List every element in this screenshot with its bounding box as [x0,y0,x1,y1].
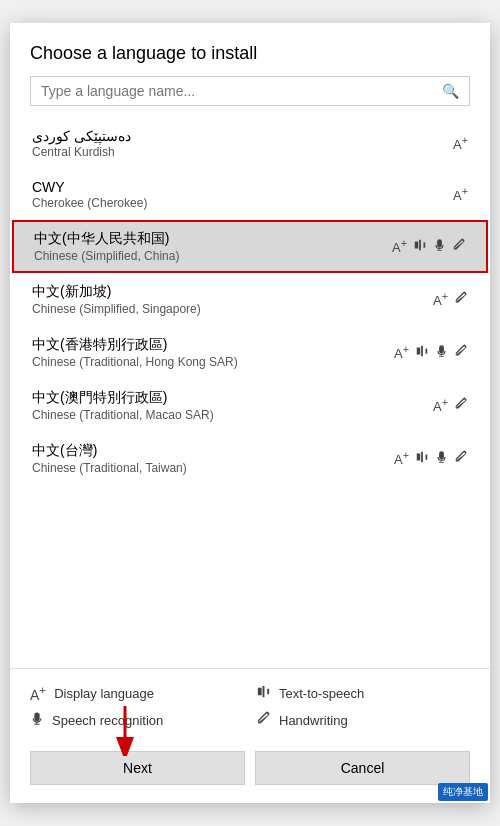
tts-icon [413,238,427,255]
lang-name: 中文(新加坡) [32,283,433,301]
lang-name: CWY [32,179,453,195]
dialog-title: Choose a language to install [30,43,470,64]
legend-tts: Text-to-speech [256,683,470,703]
handwriting-legend-icon [256,711,271,729]
cancel-button[interactable]: Cancel [255,751,470,785]
lang-text: 中文(中华人民共和国) Chinese (Simplified, China) [34,230,392,263]
legend-display-language-label: Display language [54,686,154,701]
lang-subname: Chinese (Traditional, Taiwan) [32,461,394,475]
language-dialog: Choose a language to install 🔍 دەستپێکی … [10,23,490,803]
lang-icons: A+ [433,396,468,414]
tts-icon [415,344,429,361]
lang-subname: Chinese (Traditional, Hong Kong SAR) [32,355,394,369]
dialog-header: Choose a language to install 🔍 [10,23,490,118]
lang-text: 中文(香港特別行政區) Chinese (Traditional, Hong K… [32,336,394,369]
handwriting-icon [454,344,468,361]
lang-subname: Chinese (Simplified, China) [34,249,392,263]
lang-icons: A+ [394,449,468,467]
lang-item-cherokee[interactable]: CWY Cherokee (Cherokee) A+ [10,169,490,220]
lang-icons: A+ [453,185,468,203]
lang-name: 中文(中华人民共和国) [34,230,392,248]
lang-text: 中文(新加坡) Chinese (Simplified, Singapore) [32,283,433,316]
lang-text: CWY Cherokee (Cherokee) [32,179,453,210]
display-lang-icon: A+ [394,449,409,467]
handwriting-icon [454,397,468,414]
handwriting-icon [454,291,468,308]
tts-legend-icon [256,684,271,702]
lang-text: 中文(台灣) Chinese (Traditional, Taiwan) [32,442,394,475]
lang-item-chinese-simplified-china[interactable]: 中文(中华人民共和国) Chinese (Simplified, China) … [12,220,488,273]
watermark: 纯净基地 [438,783,488,801]
next-button[interactable]: Next [30,751,245,785]
lang-name: 中文(澳門特別行政區) [32,389,433,407]
search-box: 🔍 [30,76,470,106]
lang-item-central-kurdish[interactable]: دەستپێکی کوردی Central Kurdish A+ [10,118,490,169]
lang-subname: Chinese (Traditional, Macao SAR) [32,408,433,422]
lang-name: 中文(台灣) [32,442,394,460]
mic-legend-icon [30,711,44,729]
lang-subname: Cherokee (Cherokee) [32,196,453,210]
display-lang-icon: A+ [453,134,468,152]
display-lang-icon: A+ [453,185,468,203]
display-lang-icon: A+ [392,237,407,255]
tts-icon [415,450,429,467]
lang-item-chinese-traditional-taiwan[interactable]: 中文(台灣) Chinese (Traditional, Taiwan) A+ [10,432,490,485]
lang-subname: Chinese (Simplified, Singapore) [32,302,433,316]
lang-text: دەستپێکی کوردی Central Kurdish [32,128,453,159]
search-icon: 🔍 [442,83,459,99]
lang-text: 中文(澳門特別行政區) Chinese (Traditional, Macao … [32,389,433,422]
legend-tts-label: Text-to-speech [279,686,364,701]
display-lang-icon: A+ [394,343,409,361]
lang-icons: A+ [394,343,468,361]
mic-icon [435,344,448,361]
display-lang-icon: A+ [433,396,448,414]
mic-icon [433,238,446,255]
lang-icons: A+ [453,134,468,152]
lang-icons: A+ [433,290,468,308]
lang-name: دەستپێکی کوردی [32,128,453,144]
lang-name: 中文(香港特別行政區) [32,336,394,354]
lang-item-chinese-simplified-singapore[interactable]: 中文(新加坡) Chinese (Simplified, Singapore) … [10,273,490,326]
footer-buttons: Next Cancel [10,739,490,803]
handwriting-icon [454,450,468,467]
lang-item-chinese-traditional-macao[interactable]: 中文(澳門特別行政區) Chinese (Traditional, Macao … [10,379,490,432]
language-list: دەستپێکی کوردی Central Kurdish A+ CWY Ch… [10,118,490,668]
legend-handwriting: Handwriting [256,711,470,729]
mic-icon [435,450,448,467]
legend-handwriting-label: Handwriting [279,713,348,728]
lang-item-chinese-traditional-hk[interactable]: 中文(香港特別行政區) Chinese (Traditional, Hong K… [10,326,490,379]
search-input[interactable] [41,83,442,99]
legend-section: A+ Display language Text-to-speech Speec… [10,668,490,739]
lang-subname: Central Kurdish [32,145,453,159]
handwriting-icon [452,238,466,255]
arrow-indicator [90,701,160,756]
lang-icons: A+ [392,237,466,255]
display-lang-legend-icon: A+ [30,683,46,703]
display-lang-icon: A+ [433,290,448,308]
